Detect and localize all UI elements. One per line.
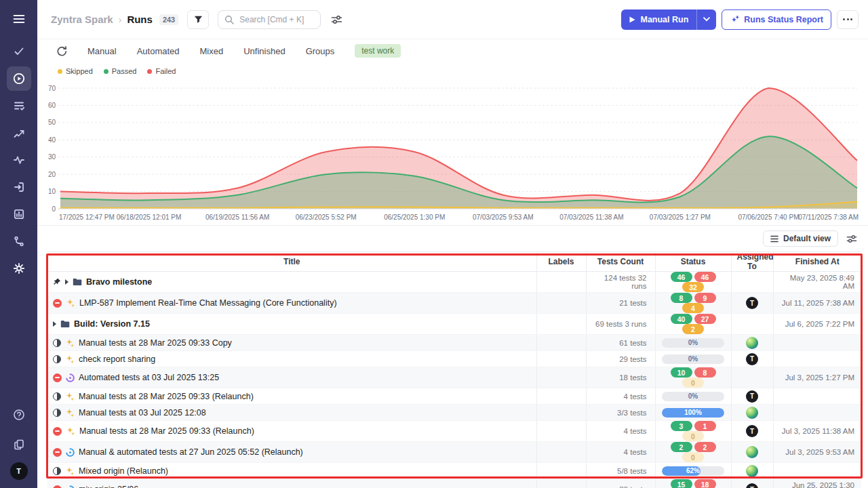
expand-caret-icon[interactable] xyxy=(53,321,56,327)
column-tests-count[interactable]: Tests Count xyxy=(586,252,655,272)
table-row[interactable]: mix origin 25/0633 tests15180TJun 25, 20… xyxy=(47,479,861,488)
expand-caret-icon[interactable] xyxy=(65,279,68,285)
assignee-avatar[interactable]: T xyxy=(746,483,758,488)
integrations-icon[interactable] xyxy=(7,229,31,253)
test-cases-icon[interactable] xyxy=(7,94,31,118)
column-finished-at[interactable]: Finished At xyxy=(773,252,861,272)
run-title[interactable]: mix origin 25/06 xyxy=(79,485,138,488)
runs-status-report-button[interactable]: Runs Status Report xyxy=(722,9,831,30)
run-title[interactable]: Build: Version 7.15 xyxy=(74,319,150,329)
run-title[interactable]: Manual tests at 28 Mar 2025 09:33 (Relau… xyxy=(79,426,254,436)
cell-labels xyxy=(536,351,586,367)
tab-manual[interactable]: Manual xyxy=(87,46,117,56)
table-row[interactable]: Manual tests at 28 Mar 2025 09:33 Copy61… xyxy=(47,335,861,351)
assignee-avatar[interactable] xyxy=(746,337,758,349)
table-row[interactable]: Manual tests at 28 Mar 2025 09:33 (Relau… xyxy=(47,421,861,442)
table-row[interactable]: Bravo milestone124 tests 32 runs464632Ma… xyxy=(47,272,861,293)
assignee-avatar[interactable] xyxy=(746,465,758,477)
help-icon[interactable] xyxy=(7,403,31,427)
manual-run-dropdown-button[interactable] xyxy=(697,9,716,30)
legend-item-passed[interactable]: Passed xyxy=(104,67,137,75)
tag-chip[interactable]: test work xyxy=(355,44,401,58)
progress-label: 0% xyxy=(662,338,724,348)
checks-icon[interactable] xyxy=(7,39,31,64)
tab-mixed[interactable]: Mixed xyxy=(200,46,224,56)
table-row[interactable]: check report sharing29 tests0%T xyxy=(47,351,861,367)
table-row[interactable]: Manual tests at 28 Mar 2025 09:33 (Relau… xyxy=(47,388,861,405)
y-tick-label: 70 xyxy=(48,85,56,92)
activity-icon[interactable] xyxy=(7,148,31,172)
search-field[interactable] xyxy=(238,14,314,25)
breadcrumb-separator: › xyxy=(119,14,122,25)
cell-tests-count: 5/8 tests xyxy=(586,463,655,479)
column-title[interactable]: Title xyxy=(47,252,536,272)
table-row[interactable]: Mixed origin (Relaunch)5/8 tests62% xyxy=(47,463,861,479)
legend-item-failed[interactable]: Failed xyxy=(147,67,176,75)
column-status[interactable]: Status xyxy=(655,252,731,272)
cell-title: mix origin 25/06 xyxy=(47,479,536,488)
table-row[interactable]: Manual & automated tests at 27 Jun 2025 … xyxy=(47,442,861,463)
manual-run-button[interactable]: Manual Run xyxy=(621,9,716,30)
run-title[interactable]: Bravo milestone xyxy=(86,277,152,287)
test-runs-icon[interactable] xyxy=(7,66,31,91)
sidebar: T xyxy=(0,0,37,488)
table-row[interactable]: Automated tests at 03 Jul 2025 13:2518 t… xyxy=(47,367,861,388)
run-in-progress-icon xyxy=(53,409,61,417)
assignee-avatar[interactable]: T xyxy=(746,353,758,365)
tab-automated[interactable]: Automated xyxy=(137,46,180,56)
x-tick-label: 07/11/2025 7:38 AM xyxy=(798,214,859,221)
table-row[interactable]: Manual tests at 03 Jul 2025 12:083/3 tes… xyxy=(47,405,861,421)
passed-count-badge: 10 xyxy=(671,367,692,378)
cell-finished-at xyxy=(773,351,861,367)
documents-icon[interactable] xyxy=(7,432,31,457)
run-title[interactable]: Mixed origin (Relaunch) xyxy=(79,466,168,476)
run-title[interactable]: LMP-587 Implement Real-Time Chat Messagi… xyxy=(79,298,337,308)
tab-unfinished[interactable]: Unfinished xyxy=(243,46,285,56)
breadcrumb-project[interactable]: Zyntra Spark xyxy=(51,14,113,25)
default-view-button[interactable]: Default view xyxy=(763,230,838,247)
assignee-avatar[interactable]: T xyxy=(746,425,758,437)
run-title[interactable]: Manual tests at 28 Mar 2025 09:33 Copy xyxy=(79,338,232,348)
tab-groups[interactable]: Groups xyxy=(306,46,335,56)
inbox-icon[interactable] xyxy=(7,175,31,199)
run-title[interactable]: Manual & automated tests at 27 Jun 2025 … xyxy=(79,447,303,457)
display-settings-icon[interactable] xyxy=(330,13,344,26)
legend-item-skipped[interactable]: Skipped xyxy=(58,67,93,75)
table-settings-icon[interactable] xyxy=(845,232,859,245)
progress-bar: 100% xyxy=(662,408,724,418)
column-assigned-to[interactable]: Assigned To xyxy=(731,252,773,272)
column-labels[interactable]: Labels xyxy=(536,252,586,272)
automated-run-icon xyxy=(66,373,75,382)
menu-icon[interactable] xyxy=(7,7,31,31)
cell-status: 894 xyxy=(655,293,731,314)
filter-button[interactable] xyxy=(187,10,209,29)
run-title[interactable]: Manual tests at 03 Jul 2025 12:08 xyxy=(79,408,206,418)
cell-finished-at: Jul 11, 2025 7:38 AM xyxy=(773,293,861,314)
run-in-progress-icon xyxy=(53,339,61,347)
search-input[interactable] xyxy=(218,10,321,29)
milestones-icon[interactable] xyxy=(7,121,31,145)
assignee-avatar[interactable] xyxy=(746,407,758,419)
cell-tests-count: 4 tests xyxy=(586,442,655,463)
table-row[interactable]: LMP-587 Implement Real-Time Chat Messagi… xyxy=(47,293,861,314)
assignee-avatar[interactable]: T xyxy=(746,297,758,309)
run-title[interactable]: check report sharing xyxy=(79,354,155,364)
run-title[interactable]: Manual tests at 28 Mar 2025 09:33 (Relau… xyxy=(79,392,254,401)
cell-labels xyxy=(536,272,586,293)
user-avatar[interactable]: T xyxy=(10,462,28,480)
run-in-progress-icon xyxy=(53,355,61,363)
assignee-avatar[interactable] xyxy=(746,446,758,458)
settings-gear-icon[interactable] xyxy=(7,256,31,281)
cell-finished-at xyxy=(773,335,861,351)
run-title[interactable]: Automated tests at 03 Jul 2025 13:25 xyxy=(79,373,219,382)
table-row[interactable]: Build: Version 7.1569 tests 3 runs40272J… xyxy=(47,314,861,335)
assignee-avatar[interactable]: T xyxy=(746,390,758,403)
more-options-button[interactable] xyxy=(837,10,859,29)
search-icon xyxy=(224,15,234,24)
runs-cycle-icon[interactable] xyxy=(56,45,67,56)
progress-bar: 0% xyxy=(662,392,724,401)
passed-count-badge: 2 xyxy=(671,442,692,452)
reports-icon[interactable] xyxy=(7,202,31,226)
failed-count-badge: 27 xyxy=(694,314,716,324)
skipped-count-badge: 4 xyxy=(682,303,704,313)
